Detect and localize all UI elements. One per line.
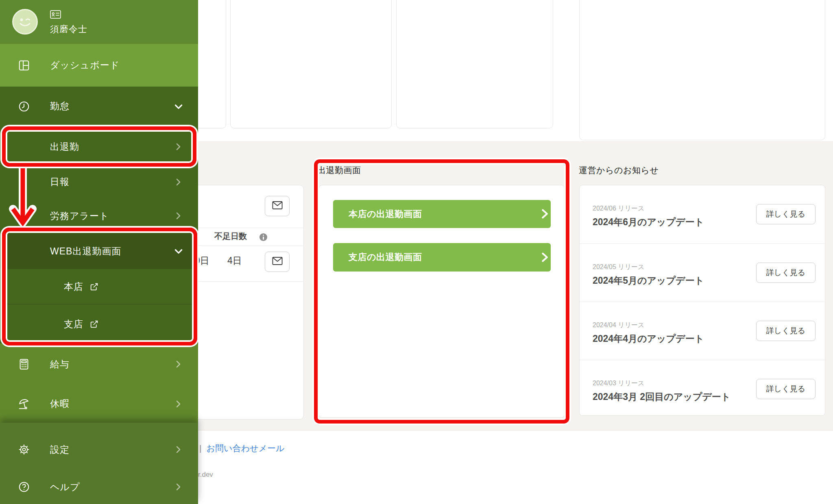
sidebar-item-label: 労務アラート (50, 210, 109, 222)
chevron-down-icon (173, 246, 184, 256)
user-meta: 須磨令士 (50, 10, 87, 35)
news-detail-button[interactable]: 詳しく見る (756, 321, 816, 341)
sidebar-item-clock-in-out[interactable]: 出退勤 (0, 128, 198, 165)
footer-separator: | (199, 443, 201, 453)
chevron-right-icon (173, 211, 183, 221)
external-link-icon (90, 320, 98, 328)
chevron-right-icon (539, 252, 550, 265)
calculator-icon (18, 358, 30, 370)
id-card-icon (50, 13, 61, 20)
chevron-down-icon (173, 101, 184, 112)
news-item: 2024/05 リリース 2024年5月のアップデート 詳しく見る (580, 243, 825, 302)
chevron-right-icon (173, 177, 183, 187)
news-detail-button[interactable]: 詳しく見る (756, 263, 816, 283)
info-icon[interactable] (259, 233, 268, 243)
news-card: 2024/06 リリース 2024年6月のアップデート 詳しく見る 2024/0… (579, 185, 825, 416)
beach-umbrella-icon (18, 398, 30, 410)
main-store-clock-button[interactable]: 本店の出退勤画面 (333, 200, 551, 228)
news-item: 2024/06 リリース 2024年6月のアップデート 詳しく見る (580, 185, 825, 243)
sidebar-item-label: ダッシュボード (50, 59, 120, 72)
sidebar-item-help[interactable]: ヘルプ (0, 470, 198, 504)
top-card-2 (230, 0, 392, 128)
user-block[interactable]: 須磨令士 (0, 0, 198, 44)
news-section-title: 運営からのお知らせ (579, 165, 659, 176)
contact-mail-link[interactable]: お問い合わせメール (206, 443, 284, 454)
footer-links: | お問い合わせメール (199, 443, 284, 454)
sidebar-item-label: 勤怠 (50, 100, 70, 113)
attendance-screen-title: 出退勤画面 (317, 165, 361, 176)
sidebar-item-attendance[interactable]: 勤怠 (0, 87, 198, 126)
footer-divider (198, 430, 833, 430)
mail-button[interactable] (265, 252, 290, 272)
shortage-days-card: 不足日数 0日 4日 (187, 185, 304, 419)
grid-icon (18, 59, 30, 72)
footer-domain-text: r.dev (198, 471, 213, 479)
sidebar-item-label: 給与 (50, 358, 70, 371)
sidebar-item-web-clock-screen[interactable]: WEB出退勤画面 (0, 233, 198, 269)
avatar (12, 9, 38, 35)
sidebar-item-vacation[interactable]: 休暇 (0, 385, 198, 423)
mail-icon (272, 257, 283, 267)
sidebar-item-labor-alert[interactable]: 労務アラート (0, 198, 198, 233)
attendance-screen-card: 本店の出退勤画面 支店の出退勤画面 (319, 185, 565, 418)
chevron-right-icon (539, 208, 550, 221)
divider (188, 281, 303, 282)
news-item-title: 2024年6月のアップデート (593, 215, 739, 228)
news-item-title: 2024年5月のアップデート (593, 274, 739, 287)
sidebar-item-branch-store[interactable]: 支店 (0, 304, 198, 343)
mail-icon (272, 201, 283, 211)
chevron-right-icon (173, 399, 183, 409)
divider (188, 228, 303, 228)
sidebar: 須磨令士 ダッシュボード 勤怠 出退勤 日報 (0, 0, 198, 504)
top-card-4 (579, 0, 825, 140)
sidebar-item-label: ヘルプ (50, 481, 80, 493)
question-icon (18, 481, 30, 493)
chevron-right-icon (173, 482, 183, 492)
chevron-right-icon (173, 142, 183, 152)
sidebar-item-main-store[interactable]: 本店 (0, 269, 198, 304)
news-item-title: 2024年4月のアップデート (593, 332, 739, 345)
sidebar-item-settings[interactable]: 設定 (0, 429, 198, 470)
news-item: 2024/03 リリース 2024年3月 2回目のアップデート 詳しく見る (580, 360, 825, 416)
branch-store-clock-button[interactable]: 支店の出退勤画面 (333, 243, 551, 272)
sidebar-item-daily-report[interactable]: 日報 (0, 165, 198, 198)
news-item-title: 2024年3月 2回目のアップデート (593, 390, 739, 403)
clock-icon (18, 100, 30, 113)
sidebar-item-label: 本店 (64, 280, 83, 293)
gear-icon (18, 443, 30, 456)
external-link-icon (90, 282, 98, 291)
shortage-days-header: 不足日数 (214, 231, 247, 242)
news-item: 2024/04 リリース 2024年4月のアップデート 詳しく見る (580, 302, 825, 360)
sidebar-item-label: 出退勤 (50, 141, 79, 153)
sidebar-item-label: WEB出退勤画面 (50, 245, 121, 258)
sidebar-item-label: 支店 (64, 318, 83, 330)
sidebar-item-dashboard[interactable]: ダッシュボード (0, 44, 198, 87)
news-detail-button[interactable]: 詳しく見る (756, 379, 816, 399)
divider (188, 245, 303, 246)
user-name: 須磨令士 (50, 23, 87, 35)
mail-button[interactable] (265, 196, 290, 216)
sidebar-item-salary[interactable]: 給与 (0, 343, 198, 385)
sidebar-item-label: 設定 (50, 443, 70, 456)
news-detail-button[interactable]: 詳しく見る (756, 204, 816, 224)
dashboard-page: 不足日数 0日 4日 出退勤画面 本店の出退勤画面 支店の出退勤画面 運営からの… (0, 0, 833, 504)
sidebar-item-label: 休暇 (50, 398, 70, 410)
sidebar-item-label: 日報 (50, 176, 70, 188)
chevron-right-icon (173, 445, 183, 454)
top-card-3 (396, 0, 553, 128)
shortage-value-2: 4日 (227, 254, 242, 267)
chevron-right-icon (173, 359, 183, 369)
